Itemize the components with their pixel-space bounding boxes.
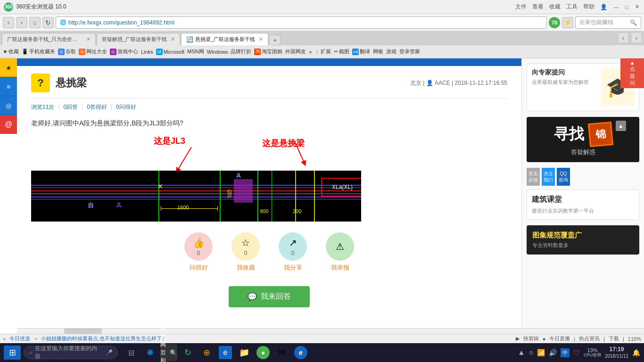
feedback-button[interactable]: 意见反馈 (527, 168, 540, 186)
refresh-icon[interactable]: ⚡ (562, 17, 573, 28)
bookmark-brand[interactable]: 品牌打折 (231, 48, 251, 55)
pinned-app-2[interactable]: ⊕ (198, 344, 215, 361)
user-icon[interactable]: 👤 (600, 4, 607, 10)
refresh-button[interactable]: ↻ (42, 17, 54, 28)
pinned-app-3[interactable]: e (217, 344, 234, 361)
new-tab-icon-small[interactable]: + (3, 336, 6, 342)
bookmark-ebank[interactable]: 网银 (373, 48, 383, 55)
feedback-row: 意见反馈 关注我们 QQ咨询 (527, 168, 639, 186)
svg-line-1 (295, 142, 305, 164)
download-label[interactable]: 下载 (609, 335, 619, 342)
page-content: ? 悬挑梁 北京 | 👤 AACE | 2018-11-12 17:16:55 … (17, 58, 521, 334)
pinned-app-5[interactable]: ● (255, 344, 272, 361)
ime-indicator[interactable]: 中 (561, 348, 570, 357)
clock: 17:19 2018/11/12 (605, 346, 628, 360)
menu-help[interactable]: 帮助 (583, 3, 594, 11)
bookmark-extend[interactable]: 扩展 (321, 48, 331, 55)
tab-forward-icon[interactable]: › (631, 32, 642, 43)
action-good[interactable]: 👍 0 问得好 (184, 232, 213, 272)
bookmark-windows[interactable]: Windows (207, 49, 228, 55)
image-annotation-wrapper: 这是JL3 这是悬挑梁 (31, 133, 361, 222)
bookmark-login[interactable]: 登录管家 (399, 48, 420, 55)
maximize-button[interactable]: □ (623, 4, 630, 10)
address-bar[interactable]: 🌐 http://e.fwxgx.com/question_1984892.ht… (56, 16, 547, 29)
bookmark-games[interactable]: G 游戏中心 (110, 48, 138, 55)
new-tab-button[interactable]: + (269, 35, 281, 45)
mobile-icon: 📱 (22, 49, 28, 55)
classroom-title[interactable]: 建筑课堂 (532, 195, 634, 205)
bookmark-google[interactable]: G 谷歌 (58, 48, 76, 55)
forward-button[interactable]: › (16, 17, 27, 28)
bookmark-star[interactable]: ★ 收藏 (3, 48, 19, 55)
atlas-title[interactable]: 图集规范覆盖广 (532, 231, 634, 240)
search-icon-taskbar: ○ (29, 349, 32, 356)
pinned-app-4[interactable]: 📁 (236, 344, 253, 361)
bookmark-taobao[interactable]: 淘 淘宝团购 (254, 48, 282, 55)
menu-view[interactable]: 查看 (532, 3, 544, 11)
bookmark-translate[interactable]: Ad 翻译 (352, 48, 370, 55)
tab-2-close[interactable]: ✕ (259, 36, 263, 42)
sidebar-circle[interactable]: ◎ (0, 96, 17, 115)
qq-button[interactable]: QQ咨询 (557, 168, 570, 186)
menu-tools[interactable]: 工具 (566, 3, 578, 11)
menu-file[interactable]: 文件 (515, 3, 527, 11)
hot-info-label[interactable]: 热点资讯 (579, 335, 600, 342)
home-button[interactable]: ⌂ (29, 17, 41, 28)
bookmark-ms[interactable]: M Microsoft (156, 49, 185, 55)
tab-0-close[interactable]: ✕ (86, 36, 91, 42)
tab-1-close[interactable]: ✕ (171, 36, 175, 42)
minimize-button[interactable]: — (613, 4, 619, 10)
tab-0[interactable]: 广联达服务新干线_只为造价从业... ✕ (2, 33, 96, 45)
pinned-app-0[interactable]: ❋ (141, 344, 158, 361)
sidebar-at[interactable]: @ (0, 115, 17, 134)
task-view-button[interactable]: ⊟ (123, 344, 140, 361)
action-report[interactable]: ⚠ 我举报 (326, 232, 354, 272)
classroom-subtitle: 建筑行业实训教学第一平台 (532, 207, 634, 214)
tab-2-icon: 🔄 (186, 36, 193, 43)
notification-icon[interactable]: 🔔 (632, 349, 640, 356)
search-app[interactable]: 搜索网页和文件 🔍 (160, 344, 177, 361)
bookmark-screenshot[interactable]: ✂ 截图 (334, 48, 349, 55)
bookmark-links[interactable]: Links (141, 49, 153, 55)
nav-search[interactable]: 在家也能赚钱 🔍 (575, 16, 641, 29)
atlas-subtitle: 专业资料数量多 (532, 242, 634, 249)
pinned-app-7[interactable]: e (292, 344, 309, 361)
sidebar-menu[interactable]: ≡ (0, 77, 17, 96)
menu-fav[interactable]: 收藏 (549, 3, 561, 11)
back-button[interactable]: ‹ (3, 17, 14, 28)
report-label: 我举报 (331, 263, 349, 272)
live-label[interactable]: 今日直播 (549, 335, 570, 342)
pinned-app-6[interactable]: ✉ (273, 344, 290, 361)
quick-save-label[interactable]: 快剪辑 (523, 335, 539, 342)
pinned-app-1[interactable]: ↻ (179, 344, 196, 361)
tab-back-icon[interactable]: ‹ (618, 32, 629, 43)
back-to-top[interactable]: ▲点提问 (620, 58, 644, 88)
right-sidebar: ▲点提问 向专家提问 业界最权威专家为您解答 🎓 寻找 锦 答疑解惑 ▲ 意见反… (521, 58, 644, 334)
star-icon: ☆ (241, 237, 250, 248)
answer-count[interactable]: 0回答 (63, 103, 78, 111)
antivirus-icon: 🛡 (573, 349, 580, 356)
today-select[interactable]: 今日优选 (9, 335, 30, 342)
bookmark-nav[interactable]: N 网址大全 (79, 48, 107, 55)
tab-2[interactable]: 🔄 悬挑梁_广联达服务新干线 ✕ (181, 33, 268, 45)
taskbar-search[interactable]: ○ 在这里输入你要搜索的内容 🎤 (24, 346, 118, 359)
bookmark-games2[interactable]: 游戏 (386, 48, 396, 55)
reply-button[interactable]: 💬 我来回答 (229, 286, 310, 307)
news-link[interactable]: 小姐姐腿极的时候看着点,也不知道这位男生怎么样了? (41, 335, 165, 342)
scroll-thumb[interactable] (64, 329, 102, 334)
close-button[interactable]: ✕ (634, 4, 640, 10)
tab-1[interactable]: 答疑解惑_广联达服务新干线 ✕ (97, 33, 180, 45)
scroll-up-button[interactable]: ▲ (616, 121, 626, 131)
bookmark-foreign[interactable]: 外国网友 (285, 48, 306, 55)
helpful-count: 0问得好 (116, 103, 136, 111)
action-collect[interactable]: ☆ 0 我收藏 (231, 232, 260, 272)
sidebar-star[interactable]: ★ (0, 58, 17, 77)
bookmark-msn[interactable]: MSN网 (187, 48, 204, 55)
action-share[interactable]: ↗ 0 我分享 (279, 232, 307, 272)
horizontal-scrollbar[interactable] (17, 328, 644, 334)
start-button[interactable]: ⊞ (4, 346, 21, 360)
follow-button[interactable]: 关注我们 (542, 168, 555, 186)
expert-title[interactable]: 向专家提问 (532, 68, 596, 77)
bookmark-mobile[interactable]: 📱 手机收藏夹 (22, 48, 55, 55)
user-icon-small: 👤 (426, 80, 433, 86)
